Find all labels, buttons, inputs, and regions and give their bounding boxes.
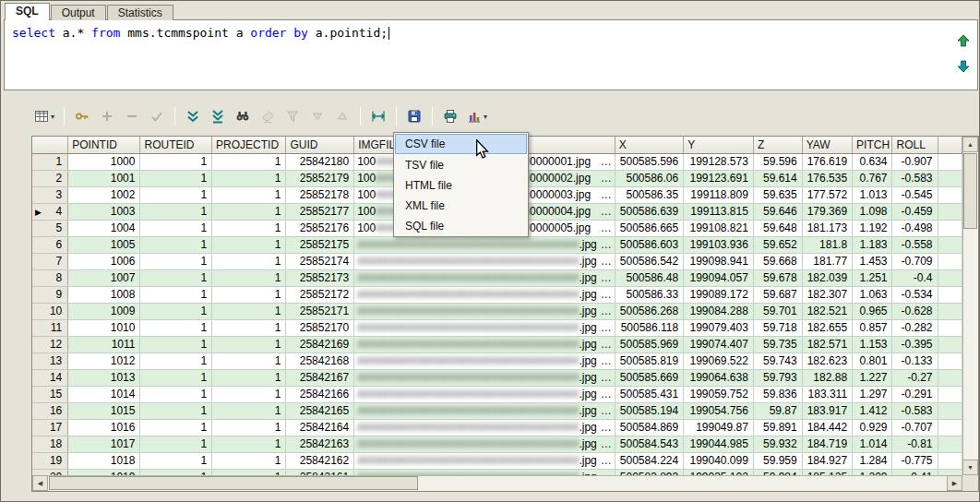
cell-z[interactable]: 59.687: [753, 286, 802, 303]
cell-x[interactable]: 500585.596: [615, 153, 683, 170]
cell-x[interactable]: 500586.603: [615, 236, 683, 253]
cell-pitch[interactable]: 1.284: [853, 452, 892, 469]
ellipsis-button[interactable]: …: [597, 155, 612, 168]
cell-pointid[interactable]: 1000: [68, 153, 140, 170]
cell-guid[interactable]: 25852179: [286, 170, 354, 186]
cell-routeid[interactable]: 1: [140, 236, 212, 253]
cell-filler[interactable]: [938, 203, 962, 220]
cell-pointid[interactable]: 1002: [68, 186, 140, 203]
cell-filler[interactable]: [938, 153, 962, 170]
ellipsis-button[interactable]: …: [597, 172, 612, 185]
cell-x[interactable]: 500585.194: [615, 402, 683, 419]
cell-y[interactable]: 199094.057: [684, 269, 754, 286]
cell-guid[interactable]: 25842169: [286, 336, 354, 353]
column-header-y[interactable]: Y: [684, 137, 754, 153]
row-number[interactable]: 5: [32, 220, 68, 236]
column-header-routeid[interactable]: ROUTEID: [140, 137, 212, 153]
cell-x[interactable]: 500585.431: [615, 386, 683, 402]
hscroll-thumb[interactable]: [49, 476, 418, 490]
cell-x[interactable]: 500586.48: [615, 269, 683, 286]
key-button[interactable]: [71, 106, 93, 126]
cell-routeid[interactable]: 1: [140, 386, 212, 402]
filter-button[interactable]: [281, 106, 304, 126]
cell-roll[interactable]: -0.709: [892, 253, 938, 269]
cell-routeid[interactable]: 1: [140, 336, 212, 353]
cell-yaw[interactable]: 181.77: [802, 253, 852, 269]
cell-yaw[interactable]: 177.572: [802, 186, 852, 203]
ellipsis-button[interactable]: …: [597, 454, 612, 467]
cell-routeid[interactable]: 1: [140, 469, 212, 475]
cell-imgfilename[interactable]: ####################################.jpg…: [354, 452, 615, 469]
cell-yaw[interactable]: 176.535: [802, 170, 852, 186]
scroll-right-arrow[interactable]: ▶: [947, 475, 962, 491]
cell-imgfilename[interactable]: ####################################.jpg…: [354, 386, 615, 402]
vscroll-thumb[interactable]: [963, 153, 977, 229]
row-number[interactable]: 6: [32, 236, 68, 253]
cell-x[interactable]: 500585.819: [615, 353, 683, 369]
menu-item-sql-file[interactable]: SQL file: [395, 215, 527, 235]
cell-filler[interactable]: [938, 286, 962, 303]
cell-y[interactable]: 199040.099: [684, 452, 754, 469]
cell-guid[interactable]: 25852172: [286, 286, 354, 303]
cell-yaw[interactable]: 185.125: [802, 469, 852, 475]
cell-pointid[interactable]: 1005: [68, 236, 140, 253]
ellipsis-button[interactable]: …: [597, 437, 612, 450]
cell-projectid[interactable]: 1: [212, 220, 286, 236]
cell-projectid[interactable]: 1: [212, 469, 286, 475]
row-number[interactable]: 15: [32, 386, 68, 402]
cell-guid[interactable]: 25842165: [286, 402, 354, 419]
cell-imgfilename[interactable]: ####################################.jpg…: [354, 336, 615, 353]
cell-projectid[interactable]: 1: [212, 402, 286, 419]
cell-pitch[interactable]: 0.965: [853, 303, 892, 319]
cell-projectid[interactable]: 1: [212, 236, 286, 253]
row-number[interactable]: 3: [32, 186, 68, 203]
cell-filler[interactable]: [938, 220, 962, 236]
cell-guid[interactable]: 25842164: [286, 419, 354, 436]
ellipsis-button[interactable]: …: [597, 388, 612, 400]
cell-guid[interactable]: 25852170: [286, 319, 354, 336]
cell-guid[interactable]: 25852178: [286, 186, 354, 203]
cell-y[interactable]: 199064.638: [684, 369, 754, 386]
cell-routeid[interactable]: 1: [140, 253, 212, 269]
cell-pointid[interactable]: 1012: [68, 353, 140, 369]
cell-imgfilename[interactable]: ####################################.jpg…: [354, 286, 615, 303]
find-button[interactable]: [232, 106, 254, 126]
cell-pitch[interactable]: 1.153: [853, 336, 892, 353]
cell-pointid[interactable]: 1013: [68, 369, 140, 386]
tab-statistics[interactable]: Statistics: [107, 5, 173, 20]
row-number[interactable]: 13: [32, 353, 68, 369]
sort-desc-button[interactable]: [306, 106, 329, 126]
cell-projectid[interactable]: 1: [212, 186, 286, 203]
scroll-bottom-button[interactable]: [207, 106, 229, 126]
sort-asc-button[interactable]: [331, 106, 353, 126]
cell-pitch[interactable]: 0.634: [853, 153, 892, 170]
post-edit-button[interactable]: [146, 106, 168, 126]
cell-pitch[interactable]: 0.801: [853, 353, 892, 369]
ellipsis-button[interactable]: …: [597, 271, 612, 284]
cell-roll[interactable]: -0.395: [892, 336, 938, 353]
cell-filler[interactable]: [938, 402, 962, 419]
cell-projectid[interactable]: 1: [212, 319, 286, 336]
cell-routeid[interactable]: 1: [140, 419, 212, 436]
cell-yaw[interactable]: 184.927: [802, 452, 852, 469]
cell-pitch[interactable]: 1.013: [853, 186, 892, 203]
cell-yaw[interactable]: 181.8: [802, 236, 852, 253]
cell-yaw[interactable]: 183.311: [802, 386, 852, 402]
cell-projectid[interactable]: 1: [212, 153, 286, 170]
row-number[interactable]: 10: [32, 303, 68, 319]
cell-pitch[interactable]: 0.857: [853, 319, 892, 336]
cell-filler[interactable]: [938, 303, 962, 319]
cell-z[interactable]: 59.652: [753, 236, 802, 253]
row-number[interactable]: 9: [32, 286, 68, 303]
column-header-pitch[interactable]: PITCH: [853, 137, 892, 153]
cell-z[interactable]: 59.735: [753, 336, 802, 353]
menu-item-csv-file[interactable]: CSV file: [395, 134, 527, 154]
cell-roll[interactable]: -0.498: [892, 220, 938, 236]
cell-filler[interactable]: [938, 319, 962, 336]
row-number[interactable]: 12: [32, 336, 68, 353]
cell-imgfilename[interactable]: ####################################.jpg…: [354, 269, 615, 286]
cell-routeid[interactable]: 1: [140, 436, 212, 452]
cell-z[interactable]: 59.793: [753, 369, 802, 386]
cell-guid[interactable]: 25852174: [286, 253, 354, 269]
cell-z[interactable]: 59.614: [753, 170, 802, 186]
